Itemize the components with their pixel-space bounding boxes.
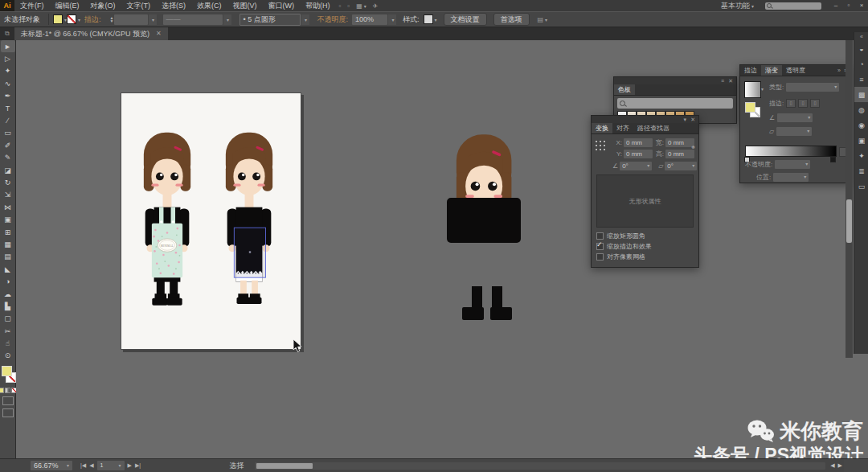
transparency-panel-icon[interactable]: ◍ [854,102,868,117]
gradient-stop-right[interactable] [830,157,836,162]
checkbox-scale-rect-corners[interactable]: 缩放矩形圆角 [596,232,694,240]
appearance-panel-icon[interactable]: ◉ [854,117,868,133]
scale-tool[interactable]: ⇲ [1,189,15,201]
transform-field-y[interactable]: 0 mm [624,150,653,158]
artboard-number-select[interactable]: 1▾ [97,461,125,470]
brush-definition-select[interactable]: • 5 点圆形 [240,14,301,26]
opacity-label[interactable]: 不透明度: [317,14,349,25]
perspective-grid-tool[interactable]: ⊞ [1,226,15,238]
opacity-field[interactable]: 100% [352,14,387,25]
pen-tool[interactable]: ✒ [1,90,15,102]
menu-select[interactable]: 选择(S) [156,0,191,11]
panel-options-icon[interactable]: ▤▾ [538,16,548,23]
blend-tool[interactable]: ◑ [1,275,15,287]
stroke-weight-field[interactable] [114,14,148,25]
transform-angle-rotate[interactable]: 0°▾ [620,162,652,170]
slice-tool[interactable]: ✂ [1,325,15,337]
menu-object[interactable]: 对象(O) [85,0,121,11]
menu-file[interactable]: 文件(F) [14,0,50,11]
menu-type[interactable]: 文字(T) [121,0,157,11]
stroke-weight-label[interactable]: 描边: [84,14,101,25]
color-panel-icon[interactable]: ◒ [854,41,868,56]
menu-help[interactable]: 帮助(H) [300,0,336,11]
transform-angle-shear[interactable]: 0°▾ [665,162,697,170]
gradient-angle-field[interactable]: ▾ [777,113,813,122]
stroke-panel-icon[interactable]: ≡ [854,72,868,87]
gradient-button[interactable] [5,388,10,393]
reference-point-locator[interactable] [596,141,606,151]
gradient-type-select[interactable]: ▾ [786,83,839,92]
zoom-level-select[interactable]: 66.67%▾ [31,461,72,470]
scroll-right-icon[interactable]: ▶ [838,462,842,469]
hand-tool[interactable]: ☝ [1,337,15,349]
minimize-button[interactable]: – [829,0,842,11]
collapse-icon[interactable]: » [837,68,841,73]
panel-close-icon[interactable]: ✕ [728,78,733,84]
stroke-weight-dropdown-icon[interactable]: ▾ [149,14,157,25]
scroll-left-icon[interactable]: ◀ [830,462,834,469]
gradient-aspect-field[interactable]: ▾ [776,127,812,136]
checkbox-align-pixel-grid[interactable]: 对齐像素网格 [596,252,694,261]
document-close-icon[interactable]: ✕ [156,27,162,40]
symbol-sprayer-tool[interactable]: ☁ [1,288,15,300]
fill-stroke-widget[interactable] [0,365,16,386]
swatch-search-input[interactable] [617,98,733,109]
tab-swatches[interactable]: 色板 [614,84,635,95]
menu-window[interactable]: 窗口(W) [263,0,301,11]
expand-dock-icon[interactable]: « [860,32,863,41]
last-artboard-icon[interactable]: ▶| [135,462,141,469]
menu-view[interactable]: 视图(V) [227,0,263,11]
close-button[interactable]: × [855,0,868,11]
tab-gradient[interactable]: 渐变 [761,65,782,76]
previous-artboard-icon[interactable]: ◀ [89,462,93,469]
gpu-performance-icon[interactable]: ✈ [373,2,379,10]
workspace-switcher[interactable]: 基本功能▾ [721,1,754,11]
gradient-thumbnail[interactable] [744,81,761,98]
next-artboard-icon[interactable]: ▶ [128,462,132,469]
fill-color-swatch[interactable] [53,14,63,24]
tab-stroke[interactable]: 描边 [740,65,761,76]
menu-edit[interactable]: 编辑(E) [50,0,85,11]
preferences-button[interactable]: 首选项 [493,13,530,26]
eraser-tool[interactable]: ◪ [1,164,15,176]
type-tool[interactable]: T [1,102,15,114]
arrange-documents-icon[interactable]: ▦▾ [356,2,366,10]
paintbrush-tool[interactable]: ✐ [1,139,15,151]
menu-effect[interactable]: 效果(C) [191,0,227,11]
shape-builder-tool[interactable]: ▣ [1,213,15,225]
magic-wand-tool[interactable]: ✦ [1,65,15,77]
horizontal-scrollbar[interactable] [255,462,825,470]
first-artboard-icon[interactable]: |◀ [80,462,86,469]
draw-mode-button[interactable] [2,396,14,405]
horizontal-scrollbar-thumb[interactable] [256,463,313,469]
gradient-slider[interactable] [745,146,837,157]
stroke-across-icon[interactable]: ▯ [810,99,820,108]
tab-transparency[interactable]: 透明度 [782,65,809,76]
checkbox-scale-strokes-effects[interactable]: 缩放描边和效果 [596,242,694,251]
gradient-fill-swatch[interactable] [745,102,755,113]
mesh-tool[interactable]: ▦ [1,238,15,250]
collapse-icon[interactable]: ▾ [684,117,687,123]
width-tool[interactable]: ⋈ [1,201,15,213]
document-setup-button[interactable]: 文档设置 [444,13,487,26]
eyedropper-tool[interactable]: ◣ [1,263,15,275]
gradient-tool[interactable]: ▤ [1,251,15,263]
fill-swatch[interactable] [2,366,12,376]
rotate-tool[interactable]: ↻ [1,176,15,188]
gradient-panel-icon[interactable]: ▩ [854,87,868,102]
zoom-tool[interactable]: ⊙ [1,350,15,362]
tab-pathfinder[interactable]: 路径查找器 [633,123,674,133]
vertical-scrollbar-thumb[interactable] [846,199,852,243]
stroke-color-swatch[interactable] [67,14,76,24]
stroke-within-icon[interactable]: ▯ [786,99,796,108]
screen-mode-button[interactable] [2,408,14,417]
gradient-location-field[interactable]: ▾ [773,173,809,182]
width-profile-select[interactable]: —— [163,14,223,25]
restore-button[interactable]: ▫ [842,0,855,11]
selection-bounding-box[interactable] [234,228,265,277]
pencil-tool[interactable]: ✎ [1,152,15,164]
panel-menu-icon[interactable]: ≡ [721,78,724,84]
column-graph-tool[interactable]: ▙ [1,300,15,312]
color-button[interactable] [0,388,4,393]
layers-panel-icon[interactable]: ≣ [854,163,868,179]
